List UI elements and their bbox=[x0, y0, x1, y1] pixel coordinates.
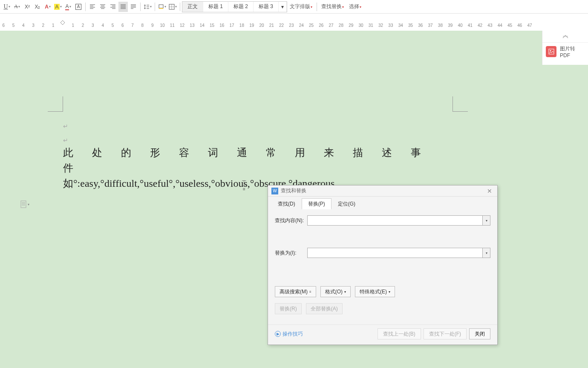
style-h2[interactable]: 标题 2 bbox=[228, 2, 254, 12]
paragraph-mark: ↵ bbox=[63, 136, 455, 145]
formatting-toolbar: U▾ A▾ X² X₂ A▾ A▾ A▾ A ▾ ▾ ▾ 正文 标题 1 标题 … bbox=[0, 0, 588, 14]
text-cursor-icon: ⌶≡ bbox=[242, 179, 246, 191]
advanced-search-button[interactable]: 高级搜索(M)≡ bbox=[275, 286, 316, 297]
svg-rect-4 bbox=[21, 201, 26, 208]
dialog-title: 查找和替换 bbox=[281, 187, 485, 194]
style-selector[interactable]: 正文 标题 1 标题 2 标题 3 ▾ bbox=[182, 1, 287, 12]
find-row: 查找内容(N): ▾ bbox=[275, 215, 490, 226]
strikethrough-button[interactable]: A▾ bbox=[12, 2, 22, 12]
horizontal-ruler[interactable]: 6543211234567891011121314151617181920212… bbox=[0, 22, 588, 30]
first-line-indent-marker[interactable] bbox=[61, 20, 65, 26]
special-format-button[interactable]: 特殊格式(E)▾ bbox=[355, 286, 395, 297]
replace-input[interactable] bbox=[307, 248, 483, 258]
align-justify-button[interactable] bbox=[118, 2, 128, 12]
font-color-button[interactable]: A▾ bbox=[63, 2, 73, 12]
dialog-footer: ▶ 操作技巧 查找上一处(B) 查找下一处(F) 关闭 bbox=[268, 325, 497, 345]
svg-rect-1 bbox=[159, 8, 163, 9]
distribute-icon bbox=[130, 4, 136, 10]
find-next-button[interactable]: 查找下一处(F) bbox=[424, 328, 467, 339]
navigation-pane-toggle[interactable]: ▾ bbox=[20, 200, 29, 208]
toolbar-separator bbox=[85, 3, 86, 11]
replace-history-dropdown[interactable]: ▾ bbox=[483, 248, 490, 258]
action-row: 替换(R) 全部替换(A) bbox=[275, 303, 490, 314]
collapse-panel-button[interactable] bbox=[542, 31, 588, 43]
subscript-icon: X₂ bbox=[35, 4, 40, 10]
find-label: 查找内容(N): bbox=[275, 217, 307, 224]
replace-row: 替换为(I): ▾ bbox=[275, 248, 490, 258]
border-icon bbox=[169, 4, 175, 10]
tab-goto[interactable]: 定位(G) bbox=[331, 198, 362, 209]
select-menu[interactable]: 选择▾ bbox=[346, 3, 364, 10]
chevron-down-icon: ≡ bbox=[309, 290, 311, 294]
text-effect-button[interactable]: A▾ bbox=[43, 2, 52, 12]
line-spacing-button[interactable]: ▾ bbox=[143, 2, 153, 12]
align-center-button[interactable] bbox=[98, 2, 107, 12]
dialog-body: 查找内容(N): ▾ 替换为(I): ▾ 高级搜索(M)≡ 格式(O)▾ 特殊格… bbox=[268, 209, 497, 321]
align-left-button[interactable] bbox=[88, 2, 97, 12]
chevron-down-icon: ▾ bbox=[28, 203, 29, 206]
document-body[interactable]: ↵ ↵ 此处的形容词通常用来描述事件 如°:easy,°difficult,°u… bbox=[63, 122, 455, 191]
toolbar-separator bbox=[317, 3, 317, 11]
style-h3[interactable]: 标题 3 bbox=[254, 2, 279, 12]
line-spacing-icon bbox=[144, 4, 150, 10]
svg-point-6 bbox=[550, 50, 551, 52]
underline-icon: U bbox=[3, 3, 8, 10]
replace-button[interactable]: 替换(R) bbox=[275, 303, 302, 314]
image-to-pdf-button[interactable]: 图片转PDF bbox=[542, 43, 588, 61]
highlight-icon: A bbox=[54, 4, 59, 10]
align-justify-icon bbox=[120, 4, 126, 10]
document-icon bbox=[20, 200, 27, 208]
distribute-button[interactable] bbox=[129, 2, 138, 12]
find-history-dropdown[interactable]: ▾ bbox=[483, 215, 490, 226]
dialog-tabs: 查找(D) 替换(P) 定位(G) bbox=[268, 197, 497, 209]
align-left-icon bbox=[89, 4, 95, 10]
doc-line-1[interactable]: 此处的形容词通常用来描述事件 bbox=[63, 145, 455, 176]
toolbar-separator bbox=[140, 3, 141, 11]
tips-link[interactable]: ▶ 操作技巧 bbox=[275, 330, 303, 338]
paragraph-mark: ↵ bbox=[63, 122, 455, 131]
superscript-button[interactable]: X² bbox=[23, 2, 32, 12]
find-replace-dialog: W 查找和替换 ✕ 查找(D) 替换(P) 定位(G) 查找内容(N): ▾ 替… bbox=[268, 185, 498, 345]
app-icon: W bbox=[271, 188, 278, 194]
find-input[interactable] bbox=[307, 215, 483, 226]
format-button[interactable]: 格式(O)▾ bbox=[320, 286, 351, 297]
margin-corner-tl bbox=[48, 96, 63, 112]
tab-find[interactable]: 查找(D) bbox=[271, 198, 302, 209]
shading-button[interactable]: ▾ bbox=[157, 2, 167, 12]
style-h1[interactable]: 标题 1 bbox=[203, 2, 228, 12]
replace-label: 替换为(I): bbox=[275, 249, 307, 257]
ruler-area: 6543211234567891011121314151617181920212… bbox=[0, 14, 588, 31]
text-layout-menu[interactable]: 文字排版▾ bbox=[287, 3, 315, 10]
highlight-button[interactable]: A▾ bbox=[53, 2, 63, 12]
chevron-down-icon: ▾ bbox=[389, 290, 390, 294]
border-button[interactable]: ▾ bbox=[168, 2, 178, 12]
underline-button[interactable]: U▾ bbox=[2, 2, 12, 12]
play-icon: ▶ bbox=[275, 331, 281, 337]
find-replace-menu[interactable]: 查找替换▾ bbox=[319, 3, 346, 10]
font-color-icon: A bbox=[65, 3, 69, 10]
close-dialog-button[interactable]: 关闭 bbox=[469, 328, 490, 339]
replace-all-button[interactable]: 全部替换(A) bbox=[306, 303, 343, 314]
subscript-button[interactable]: X₂ bbox=[33, 2, 42, 12]
tab-replace[interactable]: 替换(P) bbox=[302, 198, 331, 209]
collapse-icon bbox=[562, 35, 568, 39]
side-panel: 图片转PDF bbox=[542, 31, 588, 65]
superscript-icon: X² bbox=[25, 4, 30, 10]
toolbar-separator bbox=[155, 3, 155, 11]
align-right-icon bbox=[110, 4, 116, 10]
find-prev-button[interactable]: 查找上一处(B) bbox=[378, 328, 421, 339]
svg-rect-0 bbox=[159, 5, 163, 8]
strikethrough-icon: A bbox=[14, 3, 18, 10]
margin-corner-tr bbox=[453, 96, 468, 112]
toolbar-separator bbox=[180, 3, 180, 11]
text-effect-icon: A bbox=[45, 4, 49, 10]
char-border-button[interactable]: A bbox=[74, 2, 83, 12]
pdf-icon bbox=[546, 46, 556, 57]
style-body[interactable]: 正文 bbox=[182, 2, 203, 12]
close-button[interactable]: ✕ bbox=[485, 188, 494, 194]
dialog-titlebar[interactable]: W 查找和替换 ✕ bbox=[268, 185, 497, 197]
style-more[interactable]: ▾ bbox=[279, 2, 287, 12]
svg-marker-3 bbox=[61, 20, 65, 25]
align-right-button[interactable] bbox=[108, 2, 118, 12]
options-row: 高级搜索(M)≡ 格式(O)▾ 特殊格式(E)▾ bbox=[275, 286, 490, 297]
